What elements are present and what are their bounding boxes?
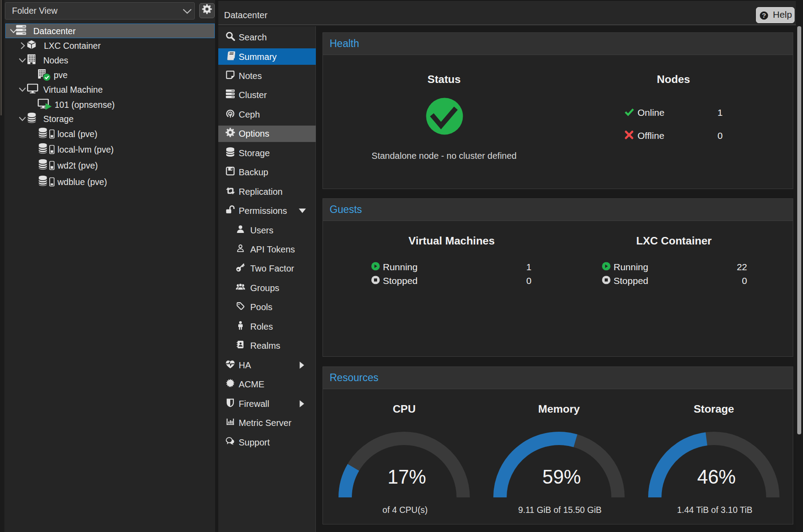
svg-text:?: ? [762, 12, 766, 19]
